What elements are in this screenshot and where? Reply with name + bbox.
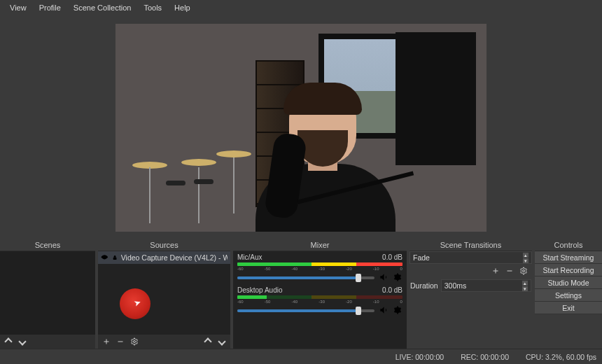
preview-area	[0, 15, 602, 239]
source-settings-button[interactable]	[130, 337, 139, 346]
svg-rect-1	[113, 258, 116, 260]
studio-mode-button[interactable]: Studio Mode	[535, 276, 602, 289]
transition-selected: Fade	[413, 253, 430, 262]
status-bar: LIVE: 00:00:00 REC: 00:00:00 CPU: 3.2%, …	[0, 349, 602, 364]
meter-ticks: -60-50-40-30-20-100	[237, 300, 402, 304]
webcam-feed	[115, 24, 486, 232]
scene-move-up-button[interactable]	[4, 337, 13, 346]
controls-dock: Controls Start Streaming Start Recording…	[535, 239, 602, 349]
menu-profile[interactable]: Profile	[34, 2, 66, 13]
duration-label: Duration	[410, 281, 438, 290]
meter-ticks: -60-50-40-30-20-100	[237, 267, 402, 271]
scenes-dock: Scenes	[0, 239, 95, 349]
mixer-title: Mixer	[233, 239, 407, 251]
channel-settings-button[interactable]	[393, 272, 402, 284]
sources-dock: Sources Video Capture Device (V4L2) - We…	[98, 239, 230, 349]
add-transition-button[interactable]	[491, 267, 500, 275]
menu-bar: View Profile Scene Collection Tools Help	[0, 0, 602, 15]
visibility-icon[interactable]	[101, 253, 108, 262]
speaker-icon[interactable]	[379, 305, 388, 316]
remove-transition-button[interactable]	[505, 267, 514, 275]
meter-icon	[237, 295, 402, 299]
meter-icon	[237, 262, 402, 266]
mixer-dock: Mixer Mic/Aux 0.0 dB -60-50-40-30-20-100	[233, 239, 407, 349]
duration-value: 300ms	[444, 281, 467, 290]
svg-point-5	[523, 270, 525, 272]
transitions-title: Scene Transitions	[410, 239, 532, 251]
duration-input[interactable]: 300ms ▴▾	[441, 279, 531, 292]
remove-source-button[interactable]	[116, 337, 125, 346]
start-recording-button[interactable]: Start Recording	[535, 264, 602, 276]
preview-canvas[interactable]	[115, 24, 486, 232]
source-move-down-button[interactable]	[218, 337, 226, 346]
controls-title: Controls	[535, 239, 602, 251]
channel-level: 0.0 dB	[382, 253, 402, 261]
transitions-dock: Scene Transitions Fade ▴▾ Duration 300ms…	[410, 239, 532, 349]
sources-title: Sources	[98, 239, 230, 251]
svg-point-0	[104, 256, 106, 258]
scenes-title: Scenes	[0, 239, 95, 251]
source-label: Video Capture Device (V4L2) - Webcam	[121, 253, 227, 262]
docks: Scenes Sources Video Capture Device (V4L…	[0, 239, 602, 349]
add-source-button[interactable]	[102, 337, 111, 346]
volume-slider[interactable]	[237, 276, 374, 279]
start-streaming-button[interactable]: Start Streaming	[535, 251, 602, 264]
settings-button[interactable]: Settings	[535, 289, 602, 302]
mixer-channel-mic: Mic/Aux 0.0 dB -60-50-40-30-20-100	[233, 251, 407, 284]
status-rec: REC: 00:00:00	[461, 353, 509, 361]
channel-name: Desktop Audio	[237, 286, 283, 294]
svg-point-2	[134, 341, 136, 343]
exit-button[interactable]: Exit	[535, 302, 602, 314]
channel-settings-button[interactable]	[393, 305, 402, 316]
transition-select[interactable]: Fade ▴▾	[410, 251, 532, 264]
transition-settings-button[interactable]	[519, 267, 528, 275]
menu-tools[interactable]: Tools	[138, 2, 167, 13]
status-cpu: CPU: 3.2%, 60.00 fps	[526, 353, 596, 361]
menu-help[interactable]: Help	[169, 2, 196, 13]
source-move-up-button[interactable]	[204, 337, 212, 346]
menu-view[interactable]: View	[4, 2, 32, 13]
status-live: LIVE: 00:00:00	[396, 353, 444, 361]
mixer-channel-desktop: Desktop Audio 0.0 dB -60-50-40-30-20-100	[233, 284, 407, 317]
speaker-icon[interactable]	[379, 272, 388, 284]
menu-scene-collection[interactable]: Scene Collection	[68, 2, 137, 13]
channel-name: Mic/Aux	[237, 253, 262, 261]
source-item[interactable]: Video Capture Device (V4L2) - Webcam	[98, 251, 230, 264]
volume-slider[interactable]	[237, 309, 374, 312]
scene-move-down-button[interactable]	[18, 337, 27, 346]
channel-level: 0.0 dB	[382, 286, 402, 294]
lock-icon[interactable]	[112, 253, 118, 262]
